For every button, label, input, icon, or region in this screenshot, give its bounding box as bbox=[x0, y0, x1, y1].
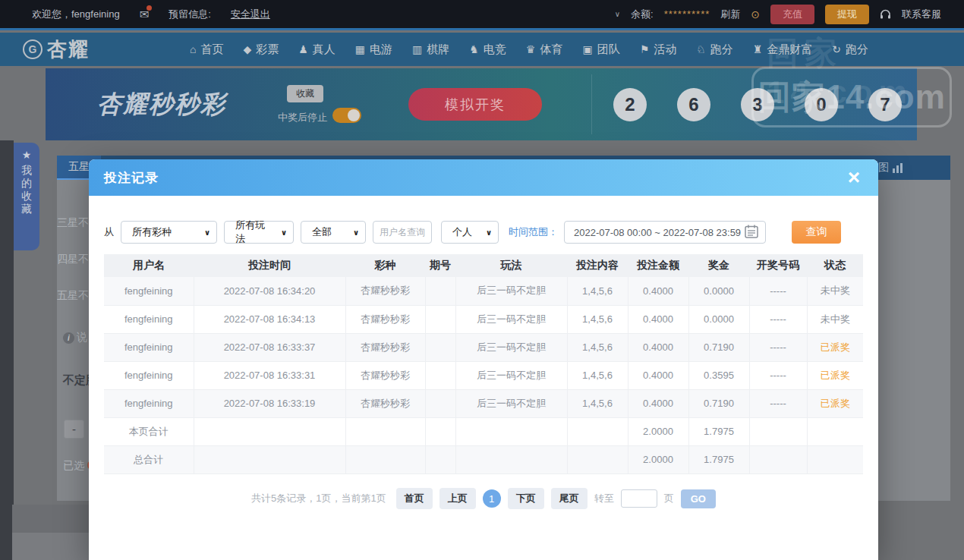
game-title: 杏耀秒秒彩 bbox=[97, 88, 226, 121]
username-search-input[interactable] bbox=[373, 221, 432, 244]
last-page-button[interactable]: 尾页 bbox=[551, 488, 588, 509]
cell: 1,4,5,6 bbox=[567, 333, 628, 361]
cell: 1.7975 bbox=[688, 417, 749, 445]
cell: 0.7190 bbox=[688, 389, 749, 417]
cell: ----- bbox=[749, 305, 807, 333]
cell: 杏耀秒秒彩 bbox=[345, 277, 425, 305]
cell: 2022-07-08 16:34:20 bbox=[194, 277, 345, 305]
banner-divider bbox=[591, 74, 592, 134]
first-page-button[interactable]: 首页 bbox=[396, 488, 433, 509]
cell: 0.0000 bbox=[688, 305, 749, 333]
mail-icon[interactable]: ✉ bbox=[140, 8, 150, 21]
cell: 杏耀秒秒彩 bbox=[345, 361, 425, 389]
cell: fengfeining bbox=[104, 333, 194, 361]
play-type-select[interactable]: 所有玩法 ∨ bbox=[224, 221, 294, 244]
nav-item-label: 团队 bbox=[597, 42, 620, 57]
my-favorites-tab[interactable]: ★ 我的收藏 bbox=[14, 143, 39, 250]
nav-item-paofen[interactable]: ♘跑分 bbox=[696, 42, 733, 57]
nav-item-label: 跑分 bbox=[710, 42, 733, 57]
person-scope-select[interactable]: 个人 ∨ bbox=[441, 221, 499, 244]
recharge-button[interactable]: 充值 bbox=[770, 5, 814, 24]
nav-item-live[interactable]: ♟真人 bbox=[298, 42, 336, 57]
nav-item-esports[interactable]: ♞电竞 bbox=[469, 42, 506, 57]
next-page-button[interactable]: 下页 bbox=[508, 488, 544, 509]
play-type-menu: 三星不四星不五星不 bbox=[57, 216, 89, 326]
close-icon[interactable]: × bbox=[848, 167, 860, 188]
betting-records-modal: 投注记录 × 从 所有彩种 ∨ 所有玩法 ∨ 全部 ∨ 个人 ∨ 时间范围： bbox=[89, 159, 878, 560]
time-range-input[interactable]: 2022-07-08 00:00 ~ 2022-07-08 23:59 bbox=[564, 221, 766, 244]
rules-note: i 说 bbox=[63, 331, 87, 344]
time-range-value: 2022-07-08 00:00 ~ 2022-07-08 23:59 bbox=[574, 227, 741, 238]
page-unit-label: 页 bbox=[664, 492, 674, 505]
balance-collapse-icon[interactable]: ∨ bbox=[615, 10, 620, 18]
cell: 2022-07-08 16:34:13 bbox=[194, 305, 345, 333]
calendar-icon[interactable] bbox=[744, 224, 759, 241]
person-icon: ♟ bbox=[298, 43, 308, 55]
cell: 后三一码不定胆 bbox=[455, 333, 567, 361]
play-type-menu-item[interactable]: 五星不 bbox=[57, 289, 89, 303]
gift-icon: ⚑ bbox=[640, 43, 650, 55]
logout-link[interactable]: 安全退出 bbox=[231, 8, 270, 21]
chevron-down-icon: ∨ bbox=[275, 228, 287, 237]
cell bbox=[807, 445, 863, 473]
nav-item-sports[interactable]: ♛体育 bbox=[526, 42, 563, 57]
cell: 0.3595 bbox=[688, 361, 749, 389]
bar-chart-icon bbox=[893, 163, 903, 173]
chevron-down-icon: ∨ bbox=[198, 228, 210, 237]
column-header: 开奖号码 bbox=[749, 254, 807, 277]
prev-page-button[interactable]: 上页 bbox=[439, 488, 476, 509]
cell bbox=[425, 445, 455, 473]
nav-item-home[interactable]: ⌂首页 bbox=[190, 42, 223, 57]
status-scope-select[interactable]: 全部 ∨ bbox=[301, 221, 366, 244]
star-icon: ★ bbox=[14, 149, 39, 161]
cell: fengfeining bbox=[104, 361, 194, 389]
cell: 未中奖 bbox=[807, 305, 863, 333]
refresh-balance-link[interactable]: 刷新 bbox=[720, 8, 740, 21]
goto-label: 转至 bbox=[594, 492, 614, 505]
brand-logo[interactable]: G 杏耀 bbox=[0, 36, 190, 63]
person-scope-value: 个人 bbox=[452, 225, 472, 239]
search-button[interactable]: 查询 bbox=[792, 221, 841, 244]
eye-icon[interactable]: ⊙ bbox=[751, 8, 760, 20]
table-row: fengfeining2022-07-08 16:33:19杏耀秒秒彩后三一码不… bbox=[104, 389, 863, 417]
column-header: 期号 bbox=[425, 254, 455, 277]
nav-item-label: 棋牌 bbox=[427, 42, 449, 57]
cell: fengfeining bbox=[104, 305, 194, 333]
contact-support-link[interactable]: 联系客服 bbox=[902, 8, 941, 21]
minus-stepper-button[interactable]: - bbox=[64, 420, 84, 439]
stop-after-win-toggle[interactable] bbox=[332, 108, 361, 123]
trend-chart-link[interactable]: 图 bbox=[878, 156, 903, 180]
balance-label: 余额: bbox=[631, 8, 654, 21]
controller-icon: ♞ bbox=[469, 43, 479, 55]
nav-item-egames[interactable]: ▦电游 bbox=[355, 42, 392, 57]
nav-item-team[interactable]: ▣团队 bbox=[582, 42, 619, 57]
go-button[interactable]: GO bbox=[681, 489, 716, 508]
ticket-icon: ◆ bbox=[243, 43, 251, 55]
nav-item-chess[interactable]: ▥棋牌 bbox=[412, 42, 449, 57]
withdraw-button[interactable]: 提现 bbox=[825, 5, 869, 24]
treasure-icon: ♜ bbox=[753, 43, 763, 55]
cell: 1,4,5,6 bbox=[567, 277, 628, 305]
play-type-menu-item[interactable]: 三星不 bbox=[57, 216, 89, 230]
goto-page-input[interactable] bbox=[621, 489, 657, 508]
play-type-menu-item[interactable]: 四星不 bbox=[57, 253, 89, 266]
cell: 0.7190 bbox=[688, 333, 749, 361]
cell bbox=[455, 445, 567, 473]
nav-item-label: 活动 bbox=[654, 42, 676, 57]
nav-item-lottery[interactable]: ◆彩票 bbox=[243, 42, 279, 57]
cell: 1,4,5,6 bbox=[567, 361, 628, 389]
cell: 2022-07-08 16:33:31 bbox=[194, 361, 345, 389]
cell: ----- bbox=[749, 333, 807, 361]
modal-title: 投注记录 bbox=[89, 169, 159, 187]
cell bbox=[749, 417, 807, 445]
cell: 2022-07-08 16:33:37 bbox=[194, 333, 345, 361]
nav-item-activity[interactable]: ⚑活动 bbox=[640, 42, 677, 57]
lottery-type-select[interactable]: 所有彩种 ∨ bbox=[121, 221, 217, 244]
favorite-button[interactable]: 收藏 bbox=[287, 85, 323, 102]
site-watermark-ghost: 回家14.com bbox=[767, 32, 964, 111]
cell bbox=[345, 445, 425, 473]
cell bbox=[567, 417, 628, 445]
table-header-row: 用户名投注时间彩种期号玩法投注内容投注金额奖金开奖号码状态 bbox=[104, 254, 863, 277]
cell bbox=[455, 417, 567, 445]
simulate-draw-button[interactable]: 模拟开奖 bbox=[408, 88, 542, 121]
